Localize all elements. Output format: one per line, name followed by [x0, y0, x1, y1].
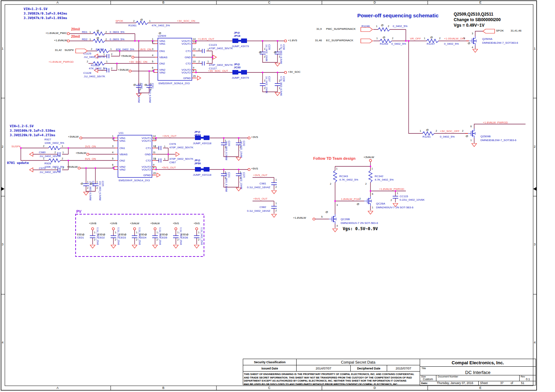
pin-number: 1 — [89, 31, 91, 34]
pin-number: 1 — [106, 60, 108, 63]
cap-label: C2321U_0402_10V6K — [240, 141, 245, 158]
value: .1U_0402_16V7K — [39, 171, 61, 174]
cap-label: 0.1U_0402_25V6 — [138, 227, 141, 245]
value: 470P_0402_50V7K — [169, 157, 193, 160]
pin-number: 1 — [207, 48, 209, 51]
value: 0_0402_5% — [391, 42, 406, 45]
pin-number: 2 — [105, 38, 107, 41]
pin-name: VIN1 — [159, 42, 165, 45]
pin-number: 2 — [111, 53, 112, 56]
net-label: +1.8VALW_PWRGD — [379, 188, 404, 191]
jumper-symbols — [195, 38, 247, 172]
pin-number: 2 — [96, 187, 98, 190]
pin-name: GND — [135, 153, 151, 156]
net-label: +5VS — [190, 222, 203, 225]
net-label: +3V_SOC_OFF — [440, 130, 460, 133]
net-label: EC_SUSPWRDNACK — [326, 39, 353, 42]
zone-number: 2 — [534, 145, 536, 148]
refdes: R1246 — [361, 25, 370, 28]
zone-letter: E — [479, 386, 481, 390]
change-note: Vgs = 0.49V~1V — [454, 23, 485, 28]
pin-number: 2 — [225, 177, 226, 180]
pin-number: 2 — [133, 20, 135, 23]
net-label: +3VALW — [364, 156, 374, 159]
pin-number: 2 — [198, 48, 200, 51]
zone-letter: E — [479, 1, 481, 4]
cap-label: 0.1U_0402_25V6 — [117, 227, 120, 245]
zone-letter: A — [57, 1, 59, 4]
refdes: R1247 — [427, 42, 435, 45]
cap-label: 0.1U_0402_25V6 — [159, 227, 161, 245]
pin-number: 2 — [388, 25, 389, 28]
zone-letter: D — [374, 1, 376, 4]
pin-number: 3 — [472, 32, 473, 35]
pin-number: 2 — [198, 60, 200, 63]
refdes: C1125 — [83, 52, 91, 55]
part-number: DMN63D8LDW-7_SOT363-6 — [482, 41, 518, 44]
refdes: C1123 — [209, 43, 217, 46]
titleblock-label: Issued Date — [243, 365, 297, 372]
pin-number: 14 — [153, 135, 156, 138]
refdes: JC33 — [234, 66, 240, 69]
net-label: +3V_SOC_ON — [129, 60, 147, 63]
zone-letter: C — [268, 386, 271, 390]
net-label: SPOK — [496, 29, 504, 32]
value: 0.1U_0402_16V4Z — [247, 209, 270, 212]
pin-number: 9 — [153, 164, 154, 166]
titleblock-label: of — [511, 382, 513, 385]
pin-number: 1 — [376, 25, 377, 28]
refdes: CED6 — [181, 236, 188, 239]
pin-number: 1 — [275, 202, 277, 205]
pin-number: 1 — [110, 48, 112, 51]
nostuff-marker: @ — [468, 42, 470, 45]
sheet-total: 51 — [521, 382, 524, 385]
pin-number: 1 — [54, 167, 56, 169]
value: JUMP_43X79 — [232, 45, 249, 48]
value: 0.22U_0402_10V6K — [400, 198, 425, 201]
net-label: +1.8VALW_PWRGD — [483, 121, 508, 124]
date-cell: Date: Thursday, January 07, 2016 — [420, 381, 479, 385]
pin-name: VOUT1 — [175, 42, 191, 45]
net-label: SUSP# — [11, 145, 20, 148]
value: 82K_0402_5% — [116, 48, 134, 51]
pin-number: 7 — [108, 166, 113, 169]
value: 470P_0402_50V7K — [209, 63, 233, 67]
pin-number: 1 — [177, 231, 179, 234]
net-label: +5VS_OUT — [253, 197, 267, 200]
pin-number: 9 — [193, 67, 194, 69]
pin-number: 1 — [103, 67, 105, 70]
pin-number: 2 — [155, 145, 156, 148]
pin-number: 1 — [136, 231, 137, 234]
refdes: R928 — [44, 162, 51, 165]
refdes: QC26B — [341, 218, 350, 221]
pin-number: 2 — [62, 157, 63, 160]
cap-label: C24110U_0603_6.3V6M — [148, 83, 154, 103]
pin-number: 1 — [164, 145, 165, 148]
pin-number: 1 — [264, 48, 265, 51]
nostuff-marker: @ — [80, 182, 83, 185]
trace-note: 20mil — [71, 35, 80, 39]
pin-number: 2 — [365, 183, 367, 185]
jumper-marker: JP@ — [194, 159, 200, 162]
titleblock-label: Sheet — [480, 382, 488, 385]
pin-number: 3 — [336, 204, 338, 207]
sheet-title: DC Interface — [420, 370, 536, 375]
net-label: +3V_SOC_OUT — [208, 69, 228, 72]
refdes: JP50 — [194, 162, 201, 165]
net-label: +5VALW — [76, 151, 86, 155]
pin-number: 2 — [115, 238, 116, 241]
zone-number: 3 — [2, 243, 3, 246]
pin-number: 2 — [462, 130, 463, 132]
pin-number: 1 — [94, 231, 95, 234]
pin-number: 1 — [275, 178, 277, 181]
nostuff-marker: @ — [144, 83, 147, 86]
value: .1U_0402_16V7K — [39, 155, 61, 158]
pin-number: 13 — [153, 138, 156, 140]
pin-name: VOUT2 — [175, 71, 191, 74]
nostuff-marker: @ — [430, 36, 433, 39]
pin-number: 2 — [391, 199, 392, 202]
refdes: R1055 — [96, 48, 104, 51]
value: 4.7K_0402_5% — [339, 178, 358, 181]
pin-name: CT2 — [135, 159, 151, 162]
titleblock-label: Title — [421, 367, 426, 370]
